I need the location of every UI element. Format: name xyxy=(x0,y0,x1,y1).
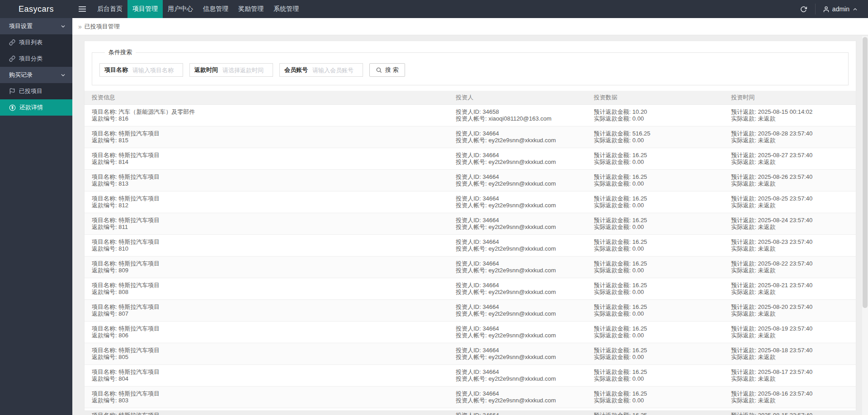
table-cell: 预计返款金额: 16.25实际返款金额: 0.00 xyxy=(587,386,724,408)
tab-system[interactable]: 系统管理 xyxy=(269,0,304,18)
cell-line: 返款编号: 812 xyxy=(92,202,441,209)
cell-line: 实际返款: 未返款 xyxy=(731,267,849,274)
cell-line: 投资人ID: 34664 xyxy=(456,173,579,181)
table-cell: 项目名称: 特斯拉汽车项目返款编号: 803 xyxy=(85,386,448,408)
cell-line: 项目名称: 汽车（新能源汽车）及零部件 xyxy=(92,108,441,116)
sidebar-group-purchase-records[interactable]: 购买记录 xyxy=(0,67,72,83)
tab-info[interactable]: 信息管理 xyxy=(198,0,233,18)
cell-line: 投资人ID: 34664 xyxy=(456,368,579,376)
cell-line: 实际返款: 未返款 xyxy=(731,137,849,144)
cell-line: 投资人ID: 34664 xyxy=(456,195,579,202)
money-icon xyxy=(9,104,16,111)
cell-line: 返款编号: 816 xyxy=(92,115,441,122)
cell-line: 预计返款: 2025-08-22 23:57:40 xyxy=(731,260,849,267)
cell-line: 预计返款金额: 16.25 xyxy=(594,238,717,246)
cell-line: 实际返款: 未返款 xyxy=(731,310,849,317)
cell-line: 实际返款: 未返款 xyxy=(731,202,849,209)
table-cell: 投资人ID: 34664投资人帐号: ey2t2e9snn@xkxkud.com xyxy=(448,256,586,278)
cell-line: 预计返款金额: 16.25 xyxy=(594,173,717,181)
table-row: 项目名称: 特斯拉汽车项目返款编号: 805投资人ID: 34664投资人帐号:… xyxy=(85,343,856,364)
cell-line: 投资人帐号: ey2t2e9snn@xkxkud.com xyxy=(456,180,579,187)
table-cell: 投资人ID: 34664投资人帐号: ey2t2e9snn@xkxkud.com xyxy=(448,408,586,415)
cell-line: 投资人ID: 34664 xyxy=(456,390,579,397)
member-account-label: 会员账号 xyxy=(280,66,312,74)
table-cell: 投资人ID: 34664投资人帐号: ey2t2e9snn@xkxkud.com xyxy=(448,169,586,191)
cell-line: 返款编号: 810 xyxy=(92,245,441,252)
sidebar-item-label: 项目分类 xyxy=(19,55,42,63)
refund-time-input[interactable] xyxy=(222,64,273,76)
cell-line: 投资人ID: 34664 xyxy=(456,217,579,224)
table-cell: 预计返款: 2025-08-23 23:57:40实际返款: 未返款 xyxy=(724,234,856,256)
table-cell: 预计返款金额: 16.25实际返款金额: 0.00 xyxy=(587,213,724,234)
cell-line: 返款编号: 815 xyxy=(92,137,441,144)
table-header-row: 投资信息投资人投资数据投资时间 xyxy=(85,91,856,104)
sidebar-item-invested-projects[interactable]: 已投项目 xyxy=(0,83,72,99)
main-content: » 已投项目管理 条件搜索 项目名称返款时间会员账号 搜 索 投资信息投资人投资… xyxy=(72,18,868,415)
tab-user[interactable]: 用户中心 xyxy=(163,0,198,18)
cell-line: 项目名称: 特斯拉汽车项目 xyxy=(92,303,441,311)
sidebar-item-project-list[interactable]: 项目列表 xyxy=(0,34,72,51)
table-cell: 投资人ID: 34664投资人帐号: ey2t2e9snn@xkxkud.com xyxy=(448,126,586,148)
table-cell: 项目名称: 特斯拉汽车项目返款编号: 805 xyxy=(85,343,448,364)
sidebar-item-project-category[interactable]: 项目分类 xyxy=(0,51,72,67)
cell-line: 预计返款: 2025-08-24 23:57:40 xyxy=(731,217,849,224)
table-row: 项目名称: 特斯拉汽车项目返款编号: 804投资人ID: 34664投资人帐号:… xyxy=(85,364,856,386)
table-cell: 预计返款: 2025-08-26 23:57:40实际返款: 未返款 xyxy=(724,169,856,191)
table-row: 项目名称: 特斯拉汽车项目返款编号: 815投资人ID: 34664投资人帐号:… xyxy=(85,126,856,148)
search-icon xyxy=(376,67,382,73)
table-cell: 预计返款: 2025-08-17 23:57:40实际返款: 未返款 xyxy=(724,364,856,386)
cell-line: 预计返款: 2025-08-27 23:57:40 xyxy=(731,152,849,159)
table-cell: 投资人ID: 34664投资人帐号: ey2t2e9snn@xkxkud.com xyxy=(448,343,586,364)
refresh-button[interactable] xyxy=(793,0,815,18)
table-cell: 项目名称: 特斯拉汽车项目返款编号: 812 xyxy=(85,191,448,213)
hamburger-icon xyxy=(79,5,86,13)
cell-line: 投资人ID: 34664 xyxy=(456,282,579,289)
scrollbar-thumb[interactable] xyxy=(863,37,868,308)
table-row: 项目名称: 汽车（新能源汽车）及零部件返款编号: 816投资人ID: 34658… xyxy=(85,104,856,126)
sidebar-group-project-settings[interactable]: 项目设置 xyxy=(0,18,72,34)
table-cell: 预计返款金额: 16.25实际返款金额: 0.00 xyxy=(587,343,724,364)
breadcrumb-marker: » xyxy=(78,23,82,30)
cell-line: 项目名称: 特斯拉汽车项目 xyxy=(92,195,441,202)
table-cell: 预计返款: 2025-08-16 23:57:40实际返款: 未返款 xyxy=(724,386,856,408)
search-button[interactable]: 搜 索 xyxy=(369,63,405,77)
cell-line: 返款编号: 803 xyxy=(92,397,441,404)
cell-line: 项目名称: 特斯拉汽车项目 xyxy=(92,173,441,181)
cell-line: 项目名称: 特斯拉汽车项目 xyxy=(92,130,441,137)
cell-line: 预计返款: 2025-08-20 23:57:40 xyxy=(731,303,849,311)
cell-line: 实际返款: 未返款 xyxy=(731,180,849,187)
cell-line: 实际返款: 未返款 xyxy=(731,375,849,382)
project-name-input[interactable] xyxy=(132,64,183,76)
admin-menu[interactable]: admin xyxy=(816,0,868,18)
sidebar-toggle-button[interactable] xyxy=(72,0,92,18)
column-header: 投资信息 xyxy=(85,91,448,104)
table-cell: 预计返款: 2025-08-28 23:57:40实际返款: 未返款 xyxy=(724,126,856,148)
tab-project[interactable]: 项目管理 xyxy=(127,0,163,18)
tab-reward[interactable]: 奖励管理 xyxy=(233,0,269,18)
cell-line: 实际返款: 未返款 xyxy=(731,245,849,252)
refund-time-field: 返款时间 xyxy=(189,63,273,77)
tab-home[interactable]: 后台首页 xyxy=(92,0,127,18)
cell-line: 实际返款: 未返款 xyxy=(731,332,849,339)
table-cell: 预计返款: 2025-08-27 23:57:40实际返款: 未返款 xyxy=(724,148,856,169)
cell-line: 投资人帐号: ey2t2e9snn@xkxkud.com xyxy=(456,159,579,166)
table-cell: 预计返款: 2025-08-22 23:57:40实际返款: 未返款 xyxy=(724,256,856,278)
cell-line: 预计返款: 2025-08-26 23:57:40 xyxy=(731,173,849,181)
link-icon xyxy=(9,39,15,46)
cell-line: 投资人ID: 34664 xyxy=(456,238,579,246)
table-cell: 预计返款: 2025-08-15 00:14:02实际返款: 未返款 xyxy=(724,104,856,126)
sidebar-item-repayment-details[interactable]: 还款详情 xyxy=(0,99,72,116)
cell-line: 预计返款: 2025-08-18 23:57:40 xyxy=(731,347,849,354)
table-cell: 项目名称: 汽车（新能源汽车）及零部件返款编号: 816 xyxy=(85,104,448,126)
cell-line: 返款编号: 809 xyxy=(92,267,441,274)
cell-line: 预计返款金额: 16.25 xyxy=(594,412,717,415)
sidebar-group-label: 项目设置 xyxy=(9,22,33,30)
table-cell: 预计返款金额: 16.25实际返款金额: 0.00 xyxy=(587,408,724,415)
refresh-icon xyxy=(800,6,807,13)
member-account-input[interactable] xyxy=(312,64,363,76)
link-icon xyxy=(9,56,15,62)
column-header: 投资时间 xyxy=(724,91,856,104)
cell-line: 实际返款: 未返款 xyxy=(731,397,849,404)
cell-line: 实际返款金额: 0.00 xyxy=(594,159,717,166)
cell-line: 项目名称: 特斯拉汽车项目 xyxy=(92,282,441,289)
